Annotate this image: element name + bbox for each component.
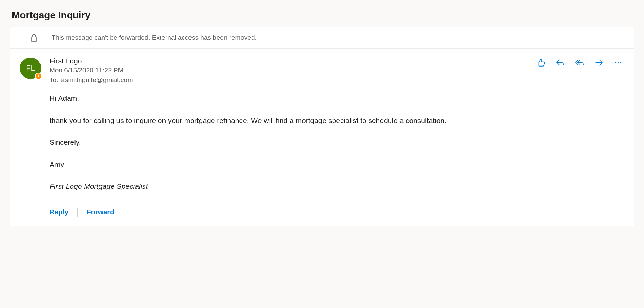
lock-icon — [27, 34, 41, 42]
forward-icon[interactable] — [594, 58, 603, 67]
svg-point-2 — [618, 62, 619, 63]
restriction-text: This message can't be forwarded. Externa… — [52, 34, 257, 42]
message-actions — [536, 57, 624, 67]
svg-rect-0 — [31, 37, 37, 41]
to-label: To: — [50, 76, 58, 83]
reply-button[interactable]: Reply — [50, 208, 68, 216]
to-line: To:asmithignite@gmail.com — [50, 76, 133, 84]
body-signer: Amy — [50, 159, 624, 170]
email-body: Hi Adam, thank you for calling us to inq… — [50, 93, 624, 192]
like-icon[interactable] — [536, 58, 545, 67]
sender-avatar[interactable]: FL — [20, 58, 41, 79]
reply-all-icon[interactable] — [575, 58, 584, 67]
email-subject: Mortgage Inquiry — [12, 10, 634, 21]
svg-point-1 — [615, 62, 616, 63]
body-closing: Sincerely, — [50, 137, 624, 148]
signature-title: First Logo Mortgage Specialist — [50, 181, 624, 192]
restriction-banner: This message can't be forwarded. Externa… — [10, 27, 634, 49]
sender-name[interactable]: First Logo — [50, 57, 133, 65]
more-actions-icon[interactable] — [614, 58, 623, 67]
quick-actions: Reply Forward — [50, 208, 624, 217]
divider — [77, 208, 78, 217]
forward-button[interactable]: Forward — [87, 208, 114, 216]
body-line: thank you for calling us to inquire on y… — [50, 115, 624, 126]
to-recipient[interactable]: asmithignite@gmail.com — [61, 76, 133, 83]
svg-point-3 — [620, 62, 621, 63]
avatar-initials: FL — [26, 64, 35, 73]
reply-icon[interactable] — [556, 58, 565, 67]
body-greeting: Hi Adam, — [50, 93, 624, 104]
presence-away-icon — [35, 73, 42, 80]
sent-datetime: Mon 6/15/2020 11:22 PM — [50, 67, 133, 74]
message-area: FL First Logo Mon 6/15/2020 11:22 PM To:… — [10, 49, 634, 226]
email-card: This message can't be forwarded. Externa… — [10, 27, 634, 226]
